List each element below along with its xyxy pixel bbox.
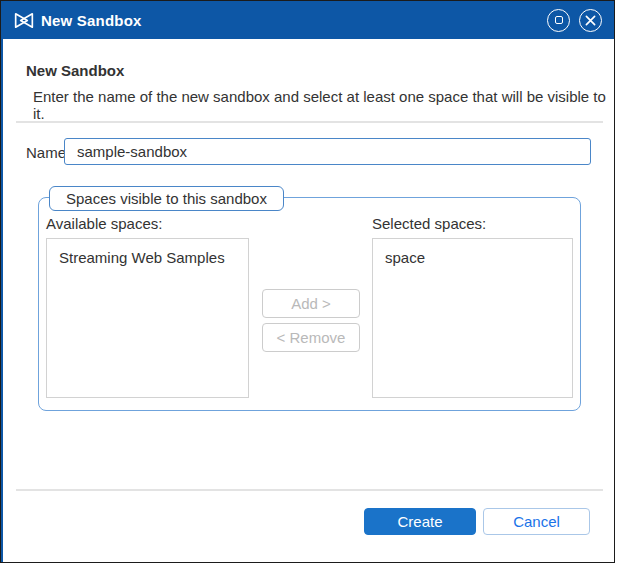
remove-button[interactable]: < Remove	[262, 323, 360, 352]
list-item[interactable]: Streaming Web Samples	[47, 239, 248, 266]
available-spaces-label: Available spaces:	[46, 215, 162, 232]
spaces-legend: Spaces visible to this sandbox	[49, 186, 284, 211]
cancel-button[interactable]: Cancel	[483, 508, 590, 535]
titlebar-buttons	[547, 1, 602, 39]
dialog-description: Enter the name of the new sandbox and se…	[33, 88, 614, 122]
selected-spaces-label: Selected spaces:	[372, 215, 486, 232]
footer-divider	[16, 489, 603, 491]
add-button[interactable]: Add >	[262, 289, 360, 318]
header-divider	[16, 121, 603, 123]
list-item[interactable]: space	[373, 239, 572, 266]
maximize-icon[interactable]	[547, 9, 570, 32]
create-button[interactable]: Create	[364, 508, 476, 535]
bowtie-icon	[14, 12, 34, 29]
maximize-square-glyph	[555, 16, 563, 24]
new-sandbox-dialog: New Sandbox New Sandbox Enter the name o…	[0, 0, 615, 563]
sandbox-name-input[interactable]	[64, 138, 591, 165]
title-bar: New Sandbox	[1, 1, 614, 39]
close-icon[interactable]	[579, 9, 602, 32]
page-title: New Sandbox	[26, 62, 124, 79]
selected-spaces-list[interactable]: space	[372, 238, 573, 398]
window-title: New Sandbox	[41, 12, 142, 29]
available-spaces-list[interactable]: Streaming Web Samples	[46, 238, 249, 398]
window-left-accent	[1, 1, 3, 562]
